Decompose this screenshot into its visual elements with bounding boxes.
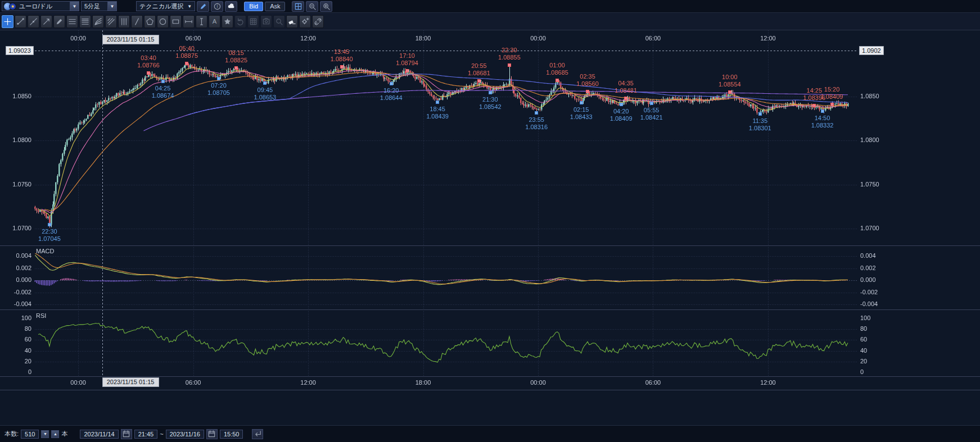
bar-count-unit: 本 <box>61 430 67 438</box>
svg-text:i: i <box>216 3 218 9</box>
freehand-tool[interactable] <box>53 15 65 28</box>
bar-count-value[interactable]: 510 <box>21 430 39 439</box>
zoom-out-icon[interactable] <box>306 1 318 12</box>
ask-button[interactable]: Ask <box>265 2 285 11</box>
time-axis-label-bottom: 12:00 <box>300 379 316 386</box>
vertical-lines-tool[interactable] <box>118 15 130 28</box>
ellipse-tool[interactable] <box>157 15 169 28</box>
panel-divider-rsi <box>0 309 980 310</box>
technical-select-label: テクニカル選択 <box>137 2 186 11</box>
date-to-field[interactable]: 2023/11/16 <box>166 430 204 439</box>
fibonacci-arc-tool[interactable] <box>92 15 104 28</box>
main-chart-canvas[interactable] <box>0 30 980 245</box>
screenshot-tool[interactable] <box>260 15 272 28</box>
time-axis-label-bottom: 12:00 <box>760 379 776 386</box>
grid-tool[interactable] <box>247 15 259 28</box>
crosshair-price-box-right: 1.0902 <box>859 46 884 55</box>
time-axis-label-bottom: 06:00 <box>186 379 201 386</box>
eraser-tool[interactable] <box>286 15 298 28</box>
time-from-field[interactable]: 21:45 <box>134 430 158 439</box>
horizontal-segment-tool[interactable] <box>183 15 195 28</box>
time-to-field[interactable]: 15:50 <box>220 430 243 439</box>
trendline-extend-tool[interactable] <box>40 15 52 28</box>
technical-select-button[interactable]: テクニカル選択 ▼ <box>136 1 195 11</box>
fibonacci-fan-tool[interactable] <box>105 15 117 28</box>
zoom-in-icon[interactable] <box>320 1 332 12</box>
trendline-semi-tool[interactable] <box>28 15 39 28</box>
date-from-field[interactable]: 2023/11/14 <box>80 430 118 439</box>
pair-caret-button[interactable]: ▼ <box>70 2 79 11</box>
apply-range-icon[interactable] <box>252 429 263 439</box>
macd-panel-title: MACD <box>36 248 54 254</box>
pair-selector[interactable]: ユーロ/ドル ▼ <box>2 1 79 11</box>
calendar-to-icon[interactable] <box>206 429 218 439</box>
undo-tool[interactable] <box>234 15 246 28</box>
calendar-from-icon[interactable] <box>121 429 132 439</box>
crosshair-tool[interactable] <box>2 15 13 28</box>
trendline-tool[interactable] <box>15 15 26 28</box>
bar-count-decrement-button[interactable]: ▼ <box>41 430 49 438</box>
timeframe-selector[interactable]: 5分足 ▼ <box>81 1 117 11</box>
info-icon[interactable]: i <box>211 1 223 12</box>
eu-flag-icon <box>9 3 16 10</box>
rsi-panel-title: RSI <box>36 312 46 319</box>
panel-divider-axis <box>0 376 980 377</box>
bar-count-increment-button[interactable]: ▲ <box>51 430 59 438</box>
chart-grid-icon[interactable] <box>292 1 304 12</box>
bid-button[interactable]: Bid <box>244 2 263 11</box>
technical-caret-icon: ▼ <box>186 4 195 9</box>
rectangle-tool[interactable] <box>170 15 182 28</box>
pentagon-tool[interactable] <box>144 15 156 28</box>
draw-toolbar: A <box>0 13 980 30</box>
crosshair-price-box-left: 1.09023 <box>6 46 34 55</box>
horizontal-band-tool[interactable] <box>79 15 91 28</box>
macd-canvas[interactable] <box>0 245 980 309</box>
draw-mode-icon[interactable] <box>197 1 209 12</box>
fx-chart-app: ユーロ/ドル ▼ 5分足 ▼ テクニカル選択 ▼ i Bid Ask A MAC… <box>0 0 980 442</box>
crosshair-time-box-bottom: 2023/11/15 01:15 <box>102 377 159 387</box>
pair-label: ユーロ/ドル <box>16 2 70 11</box>
rsi-canvas[interactable] <box>0 309 980 376</box>
time-axis-label-bottom: 18:00 <box>416 379 431 386</box>
vertical-segment-tool[interactable] <box>196 15 207 28</box>
crosshair-time-box-top: 2023/11/15 01:15 <box>102 35 159 44</box>
settings-add-tool[interactable] <box>299 15 311 28</box>
icon-stamp-tool[interactable] <box>222 15 233 28</box>
time-axis-label-bottom: 00:00 <box>70 379 86 386</box>
unlink-tool[interactable] <box>312 15 324 28</box>
bar-count-label: 本数: <box>4 430 19 438</box>
panel-divider-macd <box>0 245 980 246</box>
time-axis-label-bottom: 06:00 <box>645 379 661 386</box>
horizontal-lines-tool[interactable] <box>66 15 78 28</box>
zoom-area-tool[interactable] <box>273 15 285 28</box>
timeframe-caret-button[interactable]: ▼ <box>107 2 116 11</box>
svg-text:A: A <box>213 18 217 25</box>
time-axis-label-bottom: 00:00 <box>530 379 546 386</box>
panel-divider-bottom <box>0 390 980 390</box>
timeframe-label: 5分足 <box>82 2 107 11</box>
range-separator: ~ <box>160 431 163 438</box>
top-toolbar: ユーロ/ドル ▼ 5分足 ▼ テクニカル選択 ▼ i Bid Ask <box>0 0 980 13</box>
gann-line-tool[interactable] <box>131 15 143 28</box>
cloud-icon[interactable] <box>225 1 237 12</box>
status-bar: 本数: 510 ▼ ▲ 本 2023/11/14 21:45 ~ 2023/11… <box>0 425 980 442</box>
text-tool[interactable]: A <box>209 15 220 28</box>
